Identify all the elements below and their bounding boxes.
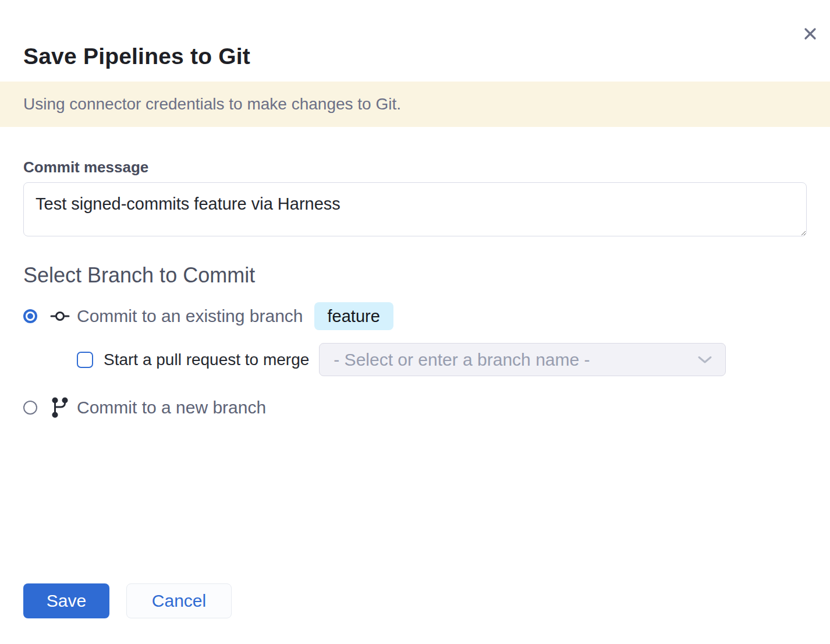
git-branch-icon xyxy=(50,397,70,419)
commit-message-label: Commit message xyxy=(23,158,807,176)
banner-text: Using connector credentials to make chan… xyxy=(23,95,401,114)
git-commit-icon xyxy=(50,310,70,322)
dialog-footer: Save Cancel xyxy=(23,583,807,618)
close-button[interactable] xyxy=(799,22,822,45)
dialog-body: Commit message Test signed-commits featu… xyxy=(0,158,830,618)
dialog-title: Save Pipelines to Git xyxy=(23,44,807,69)
current-branch-badge: feature xyxy=(314,302,393,330)
commit-message-input[interactable]: Test signed-commits feature via Harness xyxy=(23,182,807,236)
close-icon xyxy=(801,25,819,43)
new-branch-radio[interactable] xyxy=(23,401,37,415)
existing-branch-label[interactable]: Commit to an existing branch xyxy=(77,306,303,326)
save-button[interactable]: Save xyxy=(23,583,109,618)
pr-target-branch-select[interactable]: - Select or enter a branch name - xyxy=(319,343,726,376)
connector-credentials-banner: Using connector credentials to make chan… xyxy=(0,82,830,127)
select-branch-heading: Select Branch to Commit xyxy=(23,264,807,287)
pull-request-row: Start a pull request to merge - Select o… xyxy=(77,343,807,376)
dialog-header: Save Pipelines to Git xyxy=(0,0,830,69)
option-new-branch[interactable]: Commit to a new branch xyxy=(23,394,807,422)
save-pipelines-dialog: Save Pipelines to Git Using connector cr… xyxy=(0,0,830,644)
option-existing-branch[interactable]: Commit to an existing branch feature xyxy=(23,302,807,330)
pr-target-branch-placeholder: - Select or enter a branch name - xyxy=(334,350,697,370)
existing-branch-radio[interactable] xyxy=(23,309,37,323)
new-branch-label[interactable]: Commit to a new branch xyxy=(77,398,266,417)
cancel-button[interactable]: Cancel xyxy=(126,583,232,618)
chevron-down-icon xyxy=(697,355,712,365)
start-pull-request-checkbox[interactable] xyxy=(77,352,93,368)
start-pull-request-label[interactable]: Start a pull request to merge xyxy=(104,351,309,369)
